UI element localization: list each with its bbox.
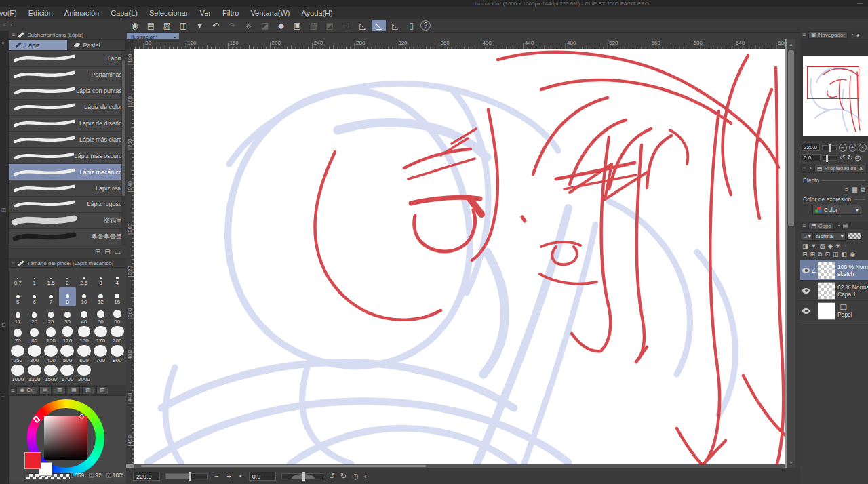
brush-size-250[interactable]: 250 — [9, 345, 26, 365]
layer-panel-menu-icon[interactable]: ≡ — [802, 222, 806, 229]
subtool-tab-pastel[interactable]: Pastel — [68, 39, 127, 51]
menu-item-ver[interactable]: Ver — [199, 9, 211, 17]
subview-tab-icon[interactable]: ◕ — [856, 32, 860, 38]
menu-item-archivof[interactable]: Archivo(F) — [0, 9, 17, 17]
clip-studio-icon[interactable]: ◉ — [127, 20, 142, 31]
duplicate-subtool-icon[interactable]: ⊟ — [104, 248, 110, 256]
brush-size-400[interactable]: 400 — [43, 345, 59, 365]
brush-size-80[interactable]: 80 — [26, 326, 42, 346]
new-folder-icon[interactable]: ⊞ — [810, 251, 816, 258]
brush-size-15[interactable]: 15 — [109, 287, 125, 307]
layer-mask-icon[interactable]: ◔ — [843, 243, 846, 249]
import-subtool-icon[interactable]: ⊞ — [95, 248, 100, 256]
brush-size-10[interactable]: 10 — [76, 287, 92, 307]
tab-color-history[interactable]: ▨ — [96, 386, 108, 395]
brush-list-scrollbar[interactable] — [121, 51, 126, 245]
brush-size-50[interactable]: 50 — [92, 306, 108, 326]
brush-size-7[interactable]: 7 — [43, 287, 59, 307]
navigator-rotation-slider[interactable] — [823, 155, 837, 161]
zoom-out-button[interactable]: − — [213, 472, 220, 480]
layer-thumbnail[interactable] — [818, 262, 835, 279]
new-canvas-icon[interactable]: ▤ — [144, 20, 158, 31]
brush-size-8[interactable]: 8 — [59, 287, 75, 307]
zoom-value[interactable]: 220.0 — [133, 472, 160, 481]
brush-size-40[interactable]: 40 — [76, 306, 92, 326]
brush-size-25[interactable]: 25 — [43, 306, 59, 326]
tab-color-slider[interactable]: ▤ — [39, 386, 52, 395]
dock-menu-icon[interactable]: ≡ — [1, 393, 5, 399]
brush-size-600[interactable]: 600 — [76, 345, 92, 365]
menu-item-animacin[interactable]: Animación — [64, 9, 99, 17]
open-file-icon[interactable]: ▧ — [160, 20, 174, 31]
snap-special-ruler-icon[interactable]: ◺ — [372, 20, 386, 31]
layer-lock-transparent-icon[interactable]: ▧ — [819, 243, 825, 249]
menu-item-filtro[interactable]: Filtro — [222, 9, 239, 17]
navigator-rotation-value[interactable]: 0.0 — [802, 154, 821, 161]
navigator-zoom-slider[interactable] — [822, 145, 836, 150]
menu-item-edicin[interactable]: Edición — [28, 9, 53, 17]
layer-row-sketch[interactable]: ∠100 % Normalsketch — [800, 260, 868, 281]
brush-item-[interactable]: 卑骨卑骨筆 — [9, 229, 126, 245]
rotate-left-icon[interactable]: ↺ — [329, 472, 335, 481]
tab-navigator[interactable]: ▣ Navegador — [808, 31, 848, 39]
brush-size-150[interactable]: 150 — [76, 326, 92, 346]
expression-color-dropdown[interactable]: Color ▾ — [812, 205, 861, 215]
layer-lock-icon[interactable]: ▼ — [811, 243, 817, 249]
saturation-value-square[interactable] — [44, 416, 87, 460]
brush-item-lápizdecolor[interactable]: Lápiz de color — [9, 100, 126, 116]
brush-size-70[interactable]: 70 — [9, 326, 26, 346]
brush-size-2[interactable]: 2 — [59, 268, 75, 287]
menu-item-ventanaw[interactable]: Ventana(W) — [250, 9, 290, 17]
brush-item-[interactable]: 塗鴉筆 — [9, 213, 126, 229]
fill-icon[interactable]: ◆ — [274, 20, 288, 31]
brush-size-120[interactable]: 120 — [59, 326, 75, 346]
menu-item-ayudah[interactable]: Ayuda(H) — [301, 9, 332, 17]
duplicate-layer-icon[interactable]: ⧉ — [818, 251, 822, 258]
snap-ruler-icon[interactable]: ◺ — [355, 20, 370, 31]
frame-icon[interactable]: ▣ — [290, 20, 304, 31]
reset-rotation-icon[interactable]: ◴ — [352, 472, 359, 481]
brush-item-lápizmásoscuro[interactable]: Lápiz más oscuro — [9, 148, 126, 164]
blend-mode-dropdown[interactable]: Normal▾ — [814, 232, 846, 241]
menu-item-capal[interactable]: Capa(L) — [111, 9, 138, 17]
layer-visibility-eye-icon[interactable] — [802, 308, 810, 314]
effect-circle-icon[interactable]: ○ — [844, 186, 848, 194]
merge-layer-icon[interactable]: ⊡ — [825, 251, 831, 258]
brush-size-20[interactable]: 20 — [26, 306, 42, 326]
tab-intermediate-color[interactable]: ▦ — [68, 386, 80, 395]
brush-size-1700[interactable]: 1700 — [59, 365, 75, 384]
layer-mask-add-icon[interactable]: ◧ — [842, 251, 848, 258]
brush-size-1500[interactable]: 1500 — [43, 365, 59, 384]
canvas-vertical-scrollbar[interactable]: ▲ ▼ — [787, 39, 795, 468]
subtool-menu-icon[interactable]: ≡ — [12, 31, 15, 38]
zoom-in-button[interactable]: + — [225, 472, 232, 480]
navigator-menu-icon[interactable]: ≡ — [802, 31, 806, 38]
scroll-up-icon[interactable]: ▲ — [788, 42, 794, 47]
navigator-zoom-out-icon[interactable]: − — [839, 144, 847, 152]
palette-color-dropdown[interactable]: □▾ — [802, 232, 813, 241]
zoom-slider[interactable] — [165, 473, 208, 479]
brush-size-12[interactable]: 12 — [92, 287, 108, 307]
delete-subtool-icon[interactable]: ▭ — [115, 248, 121, 256]
brush-size-60[interactable]: 60 — [109, 306, 125, 326]
navigator-rotate-right-icon[interactable]: ↻ — [847, 154, 852, 161]
brush-size-2000[interactable]: 2000 — [76, 365, 92, 384]
brush-size-700[interactable]: 700 — [92, 345, 108, 365]
tab-tool-property[interactable]: ⬒ Propiedad de la — [814, 165, 865, 172]
zoom-fit-button[interactable]: ▪ — [238, 472, 243, 480]
brush-size-menu-icon[interactable]: ≡ — [12, 260, 15, 266]
tab-color-set[interactable]: ▥ — [54, 386, 66, 395]
brush-size-0-7[interactable]: 0.7 — [9, 268, 26, 287]
tab-color-wheel[interactable]: ◉ Cír — [16, 386, 37, 395]
brush-size-1200[interactable]: 1200 — [26, 365, 42, 384]
tool-property-menu-icon[interactable]: ≡ — [802, 165, 806, 172]
brush-item-lápizdediseño[interactable]: Lápiz de diseño — [9, 116, 126, 132]
new-layer-icon[interactable]: ⊟ — [802, 251, 808, 258]
brush-size-100[interactable]: 100 — [43, 326, 59, 346]
processing-icon[interactable]: ☼ — [241, 20, 256, 31]
navigator-zoom-value[interactable]: 220.0 — [802, 144, 820, 151]
brush-size-17[interactable]: 17 — [9, 306, 26, 326]
layer-opacity-bar[interactable] — [847, 233, 862, 240]
navigator-zoom-in-icon[interactable]: + — [849, 144, 857, 152]
help-icon[interactable]: ? — [420, 20, 431, 31]
